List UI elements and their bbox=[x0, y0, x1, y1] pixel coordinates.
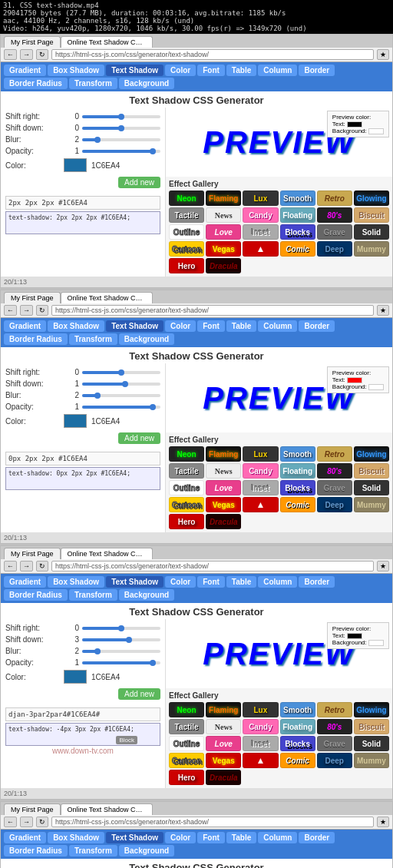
forward-button-3[interactable]: → bbox=[20, 561, 33, 571]
blur-slider-2[interactable] bbox=[82, 394, 160, 397]
forward-button[interactable]: → bbox=[20, 49, 33, 60]
gallery-item-arrow-3[interactable]: ▲ bbox=[243, 753, 278, 768]
tab3-my-first-page[interactable]: My First Page bbox=[4, 548, 61, 559]
gallery-item-flaming-2[interactable]: Flaming bbox=[206, 446, 241, 462]
add-new-button[interactable]: Add new bbox=[118, 177, 160, 188]
gallery-item-neon-3[interactable]: Neon bbox=[169, 702, 204, 717]
gallery-item-floating-3[interactable]: Floating bbox=[280, 719, 315, 734]
border-btn[interactable]: Border bbox=[299, 65, 335, 76]
table-btn-2[interactable]: Table bbox=[226, 320, 256, 332]
border-radius-btn-4[interactable]: Border Radius bbox=[4, 845, 68, 856]
border-radius-btn-3[interactable]: Border Radius bbox=[4, 589, 68, 601]
column-btn-2[interactable]: Column bbox=[258, 320, 297, 332]
opacity-slider[interactable] bbox=[82, 150, 160, 153]
gallery-item-biscuit-2[interactable]: Biscuit bbox=[354, 463, 389, 479]
gallery-item-biscuit[interactable]: Biscuit bbox=[354, 207, 389, 223]
gallery-item-candy-2[interactable]: Candy bbox=[243, 463, 278, 479]
gallery-item-vegas-3[interactable]: Vegas bbox=[206, 753, 241, 768]
tab4-text-shadow[interactable]: Online Text Shadow CSS Genera... bbox=[61, 803, 153, 815]
gallery-item-news-2[interactable]: News bbox=[206, 463, 241, 479]
text-shadow-btn-3[interactable]: Text Shadow bbox=[106, 576, 163, 588]
shift-down-slider-3[interactable] bbox=[82, 638, 160, 641]
gallery-item-cartoon-2[interactable]: Cartoon bbox=[169, 497, 204, 512]
gallery-item-comic-3[interactable]: Comic bbox=[280, 753, 315, 768]
border-btn-2[interactable]: Border bbox=[299, 320, 335, 332]
gallery-item-hero-2[interactable]: Hero bbox=[169, 514, 204, 529]
gallery-item-love-3[interactable]: Love bbox=[206, 736, 241, 751]
gallery-item-neon[interactable]: Neon bbox=[169, 190, 204, 206]
box-shadow-btn-3[interactable]: Box Shadow bbox=[48, 576, 104, 588]
refresh-button-4[interactable]: ↻ bbox=[36, 817, 48, 827]
table-btn-3[interactable]: Table bbox=[226, 576, 256, 588]
table-btn[interactable]: Table bbox=[226, 65, 256, 76]
font-btn-3[interactable]: Font bbox=[197, 576, 225, 588]
table-btn-4[interactable]: Table bbox=[226, 832, 256, 843]
gradient-btn-3[interactable]: Gradient bbox=[4, 576, 46, 588]
gallery-item-news-3[interactable]: News bbox=[206, 719, 241, 734]
gallery-item-inset-3[interactable]: Inset bbox=[243, 736, 278, 751]
gallery-item-cartoon[interactable]: Cartoon bbox=[169, 241, 204, 257]
refresh-button[interactable]: ↻ bbox=[36, 49, 48, 60]
shift-right-slider-3[interactable] bbox=[82, 627, 160, 630]
back-button[interactable]: ← bbox=[4, 49, 17, 60]
transform-btn-4[interactable]: Transform bbox=[69, 845, 117, 856]
tab-text-shadow[interactable]: Online Text Shadow CSS Genera... bbox=[61, 36, 153, 48]
url-input-2[interactable]: https://html-css-js.com/css/generator/te… bbox=[51, 305, 374, 316]
gallery-item-lux-3[interactable]: Lux bbox=[243, 702, 278, 717]
gallery-item-retro[interactable]: Retro bbox=[317, 190, 352, 206]
gallery-item-smooth-3[interactable]: Smooth bbox=[280, 702, 315, 717]
box-shadow-btn-4[interactable]: Box Shadow bbox=[48, 832, 104, 843]
back-button-4[interactable]: ← bbox=[4, 817, 17, 827]
gallery-item-cartoon-3[interactable]: Cartoon bbox=[169, 753, 204, 768]
back-button-2[interactable]: ← bbox=[4, 305, 17, 316]
gallery-item-inset-2[interactable]: Inset bbox=[243, 480, 278, 495]
bookmark-button-4[interactable]: ★ bbox=[377, 817, 389, 827]
tab2-text-shadow[interactable]: Online Text Shadow CSS Genera... bbox=[61, 292, 153, 303]
column-btn-3[interactable]: Column bbox=[258, 576, 297, 588]
gallery-item-mummy-3[interactable]: Mummy bbox=[354, 753, 389, 768]
gallery-item-comic[interactable]: Comic bbox=[280, 241, 315, 257]
forward-button-4[interactable]: → bbox=[20, 817, 33, 827]
gallery-item-hero[interactable]: Hero bbox=[169, 258, 204, 273]
gallery-item-blocks-3[interactable]: Blocks bbox=[280, 736, 315, 751]
gallery-item-news[interactable]: News bbox=[206, 207, 241, 223]
gallery-item-outline-3[interactable]: Outline bbox=[169, 736, 204, 751]
tab2-my-first-page[interactable]: My First Page bbox=[4, 292, 61, 303]
gallery-item-love[interactable]: Love bbox=[206, 224, 241, 240]
border-btn-4[interactable]: Border bbox=[299, 832, 335, 843]
transform-btn-2[interactable]: Transform bbox=[69, 333, 117, 345]
tab3-text-shadow[interactable]: Online Text Shadow CSS Genera... bbox=[61, 548, 153, 559]
add-new-button-3[interactable]: Add new bbox=[118, 688, 160, 700]
gallery-item-lux[interactable]: Lux bbox=[243, 190, 278, 206]
gallery-item-retro-2[interactable]: Retro bbox=[317, 446, 352, 462]
gallery-item-glowing[interactable]: Glowing bbox=[354, 190, 389, 206]
gallery-item-outline-2[interactable]: Outline bbox=[169, 480, 204, 495]
font-btn[interactable]: Font bbox=[197, 65, 225, 76]
refresh-button-2[interactable]: ↻ bbox=[36, 305, 48, 316]
font-btn-4[interactable]: Font bbox=[197, 832, 225, 843]
gallery-item-smooth-2[interactable]: Smooth bbox=[280, 446, 315, 462]
gallery-item-dracula-3[interactable]: Dracula bbox=[206, 770, 241, 785]
color-swatch-2[interactable] bbox=[64, 414, 87, 428]
border-radius-btn-2[interactable]: Border Radius bbox=[4, 333, 68, 345]
gallery-item-80s-3[interactable]: 80's bbox=[317, 719, 352, 734]
gallery-item-candy[interactable]: Candy bbox=[243, 207, 278, 223]
column-btn-4[interactable]: Column bbox=[258, 832, 297, 843]
gallery-item-deep[interactable]: Deep bbox=[317, 241, 352, 257]
background-btn-2[interactable]: Background bbox=[119, 333, 174, 345]
color-btn-3[interactable]: Color bbox=[165, 576, 196, 588]
opacity-slider-2[interactable] bbox=[82, 406, 160, 409]
opacity-slider-3[interactable] bbox=[82, 661, 160, 664]
gallery-item-mummy-2[interactable]: Mummy bbox=[354, 497, 389, 512]
font-btn-2[interactable]: Font bbox=[197, 320, 225, 332]
shift-right-slider-2[interactable] bbox=[82, 371, 160, 374]
gallery-item-glowing-2[interactable]: Glowing bbox=[354, 446, 389, 462]
gallery-item-vegas-2[interactable]: Vegas bbox=[206, 497, 241, 512]
gallery-item-dracula[interactable]: Dracula bbox=[206, 258, 241, 273]
transform-btn-3[interactable]: Transform bbox=[69, 589, 117, 601]
gallery-item-grave[interactable]: Grave bbox=[317, 224, 352, 240]
background-btn-4[interactable]: Background bbox=[119, 845, 174, 856]
gallery-item-candy-3[interactable]: Candy bbox=[243, 719, 278, 734]
url-input-3[interactable]: https://html-css-js.com/css/generator/te… bbox=[51, 561, 374, 571]
back-button-3[interactable]: ← bbox=[4, 561, 17, 571]
